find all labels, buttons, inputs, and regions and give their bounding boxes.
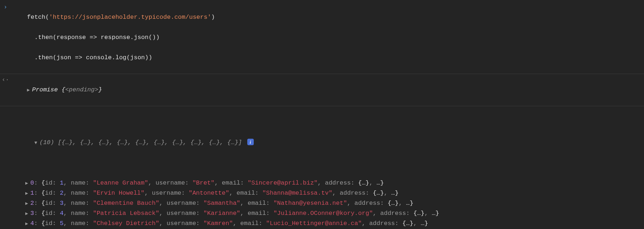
array-item-row[interactable]: ▶0: {id: 1, name: "Leanne Graham", usern… bbox=[25, 178, 644, 188]
code-text: .then( bbox=[27, 34, 57, 41]
prop-key: id: bbox=[45, 180, 60, 186]
prop-id: 4 bbox=[60, 210, 64, 217]
comma: , bbox=[159, 220, 166, 227]
brace: } bbox=[410, 200, 413, 207]
prop-key: id: bbox=[45, 190, 60, 196]
prop-address: {…} bbox=[388, 200, 399, 207]
prop-id: 2 bbox=[60, 190, 64, 196]
array-index: 1 bbox=[30, 190, 34, 196]
comma: , bbox=[64, 190, 71, 196]
prop-address: {…} bbox=[373, 190, 384, 196]
comma: , bbox=[64, 210, 71, 217]
prop-key: username: bbox=[167, 220, 204, 227]
prop-key: email: bbox=[236, 190, 262, 196]
array-item-row[interactable]: ▶1: {id: 2, name: "Ervin Howell", userna… bbox=[25, 188, 644, 198]
prop-rest: … bbox=[377, 180, 380, 186]
comma: , bbox=[384, 190, 391, 196]
prop-key: username: bbox=[167, 200, 204, 207]
comma: , bbox=[318, 180, 325, 186]
expand-triangle-icon[interactable]: ▶ bbox=[25, 220, 30, 228]
prop-name: "Chelsey Dietrich" bbox=[93, 220, 159, 227]
prop-key: name: bbox=[71, 200, 93, 207]
prop-username: "Samantha" bbox=[204, 200, 240, 207]
array-item-row[interactable]: ▶4: {id: 5, name: "Chelsey Dietrich", us… bbox=[25, 219, 644, 229]
brace: { bbox=[42, 190, 45, 196]
promise-state: <pending> bbox=[65, 86, 99, 93]
expand-triangle-icon[interactable]: ▶ bbox=[25, 190, 30, 197]
brace: } bbox=[380, 180, 384, 186]
code-text: fetch( bbox=[27, 14, 49, 21]
comma: , bbox=[64, 180, 71, 186]
prop-key: address: bbox=[340, 190, 373, 196]
comma: , bbox=[159, 200, 166, 207]
prop-key: email: bbox=[240, 220, 266, 227]
prop-email: "Sincere@april.biz" bbox=[248, 180, 318, 186]
console-input-row: › fetch('https://jsonplaceholder.typicod… bbox=[0, 1, 644, 74]
prop-key: name: bbox=[71, 210, 93, 217]
code-text: response.json() bbox=[101, 34, 156, 41]
code-text: ) bbox=[211, 14, 215, 21]
prop-name: "Clementine Bauch" bbox=[93, 200, 159, 207]
code-text: ) bbox=[156, 34, 160, 41]
comma: , bbox=[373, 210, 380, 217]
input-prompt-icon: › bbox=[0, 2, 11, 12]
prop-email: "Lucio_Hettinger@annie.ca" bbox=[266, 220, 362, 227]
result-prompt-icon: ‹· bbox=[0, 75, 11, 85]
prop-rest: … bbox=[406, 200, 410, 207]
code-arrow: => bbox=[71, 54, 86, 61]
prop-email: "Julianne.OConner@kory.org" bbox=[273, 210, 373, 217]
comma: , bbox=[413, 220, 421, 227]
prop-address: {…} bbox=[413, 210, 425, 217]
colon: : bbox=[34, 200, 41, 207]
code-arrow: => bbox=[86, 34, 101, 41]
info-icon[interactable]: i bbox=[247, 139, 254, 145]
comma: , bbox=[362, 220, 369, 227]
expand-triangle-icon[interactable]: ▶ bbox=[25, 210, 30, 217]
prop-key: email: bbox=[248, 200, 273, 207]
array-preview: [{…}, {…}, {…}, {…}, {…}, {…}, {…}, {…},… bbox=[54, 139, 242, 146]
prop-rest: … bbox=[391, 190, 395, 196]
array-index: 2 bbox=[30, 200, 34, 207]
brace: { bbox=[42, 200, 45, 207]
comma: , bbox=[399, 200, 406, 207]
colon: : bbox=[34, 180, 41, 186]
comma: , bbox=[64, 200, 71, 207]
colon: : bbox=[34, 220, 41, 227]
comma: , bbox=[64, 220, 71, 227]
collapse-triangle-icon[interactable]: ▼ bbox=[34, 139, 39, 147]
array-item-row[interactable]: ▶2: {id: 3, name: "Clementine Bauch", us… bbox=[25, 198, 644, 208]
prop-key: address: bbox=[380, 210, 413, 217]
prop-username: "Kamren" bbox=[204, 220, 233, 227]
array-index: 3 bbox=[30, 210, 34, 217]
comma: , bbox=[240, 200, 248, 207]
prop-rest: … bbox=[421, 220, 424, 227]
array-summary-line[interactable]: ▼(10) [{…}, {…}, {…}, {…}, {…}, {…}, {…}… bbox=[12, 128, 644, 158]
array-item-row[interactable]: ▶3: {id: 4, name: "Patricia Lebsack", us… bbox=[25, 208, 644, 219]
console-log-row: ▼(10) [{…}, {…}, {…}, {…}, {…}, {…}, {…}… bbox=[0, 106, 644, 229]
array-index: 4 bbox=[30, 220, 34, 227]
promise-result[interactable]: ▶Promise {<pending>} bbox=[11, 75, 644, 105]
prop-email: "Shanna@melissa.tv" bbox=[262, 190, 332, 196]
prop-rest: … bbox=[432, 210, 435, 217]
comma: , bbox=[148, 180, 155, 186]
prop-address: {…} bbox=[402, 220, 413, 227]
array-index: 0 bbox=[30, 180, 34, 186]
prop-key: username: bbox=[152, 190, 189, 196]
prop-key: email: bbox=[248, 210, 273, 217]
prop-username: "Bret" bbox=[192, 180, 214, 186]
expand-triangle-icon[interactable]: ▶ bbox=[25, 180, 30, 187]
prop-username: "Antonette" bbox=[189, 190, 229, 196]
prop-key: address: bbox=[325, 180, 358, 186]
code-text: console.log(json) bbox=[86, 54, 148, 61]
comma: , bbox=[369, 180, 377, 186]
code-text: .then( bbox=[27, 54, 57, 61]
expand-triangle-icon[interactable]: ▶ bbox=[27, 86, 32, 94]
prop-key: name: bbox=[71, 180, 93, 186]
expand-triangle-icon[interactable]: ▶ bbox=[25, 200, 30, 207]
colon: : bbox=[34, 190, 41, 196]
brace: } bbox=[395, 190, 399, 196]
colon: : bbox=[34, 210, 41, 217]
comma: , bbox=[229, 190, 236, 196]
comma: , bbox=[347, 200, 354, 207]
prop-username: "Karianne" bbox=[204, 210, 240, 217]
